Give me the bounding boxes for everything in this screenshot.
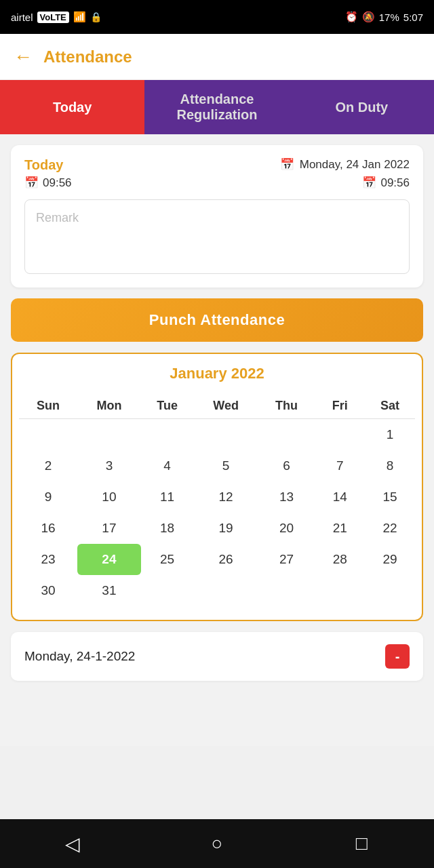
- calendar-title: January 2022: [19, 365, 415, 382]
- calendar-day[interactable]: 21: [315, 513, 365, 544]
- nav-home-button[interactable]: ○: [197, 823, 237, 864]
- back-button[interactable]: ←: [14, 46, 33, 68]
- calendar-icon-in: 📅: [24, 176, 39, 190]
- remark-placeholder: Remark: [36, 211, 79, 224]
- record-date: Monday, 24-1-2022: [24, 649, 135, 664]
- weekday-tue: Tue: [141, 393, 194, 419]
- calendar-day[interactable]: 25: [141, 544, 194, 575]
- calendar-day[interactable]: 18: [141, 513, 194, 544]
- calendar-day[interactable]: [258, 419, 315, 451]
- status-right: ⏰ 🔕 17% 5:07: [345, 11, 423, 23]
- weekday-wed: Wed: [193, 393, 258, 419]
- calendar-day[interactable]: [141, 419, 194, 451]
- calendar-day[interactable]: 19: [193, 513, 258, 544]
- bottom-record: Monday, 24-1-2022 -: [11, 632, 423, 681]
- calendar-day[interactable]: [315, 419, 365, 451]
- header: ← Attendance: [0, 34, 434, 80]
- calendar-card: January 2022 Sun Mon Tue Wed Thu Fri Sat…: [11, 353, 423, 621]
- calendar-day[interactable]: 11: [141, 481, 194, 513]
- calendar-day[interactable]: 14: [315, 481, 365, 513]
- main-content: Today 📅 Monday, 24 Jan 2022 📅 09:56 📅 09…: [0, 134, 434, 746]
- calendar-day[interactable]: 6: [258, 450, 315, 481]
- battery-label: 17%: [379, 12, 399, 23]
- calendar-day[interactable]: 5: [193, 450, 258, 481]
- calendar-day[interactable]: 10: [77, 481, 141, 513]
- calendar-day[interactable]: [365, 575, 415, 606]
- calendar-icon-out: 📅: [362, 176, 376, 190]
- time-in: 📅 09:56: [24, 176, 72, 190]
- calendar-day[interactable]: [315, 575, 365, 606]
- calendar-day[interactable]: 15: [365, 481, 415, 513]
- calendar-day[interactable]: 27: [258, 544, 315, 575]
- calendar-day[interactable]: 13: [258, 481, 315, 513]
- weekday-fri: Fri: [315, 393, 365, 419]
- calendar-day[interactable]: 20: [258, 513, 315, 544]
- calendar-day[interactable]: 4: [141, 450, 194, 481]
- calendar-day[interactable]: 16: [19, 513, 77, 544]
- calendar-day[interactable]: [193, 419, 258, 451]
- calendar-day[interactable]: 9: [19, 481, 77, 513]
- calendar-day[interactable]: 30: [19, 575, 77, 606]
- bottom-nav: ◁ ○ □: [0, 819, 434, 868]
- calendar-day[interactable]: 31: [77, 575, 141, 606]
- weekday-thu: Thu: [258, 393, 315, 419]
- record-badge[interactable]: -: [385, 644, 410, 669]
- calendar-day[interactable]: 8: [365, 450, 415, 481]
- time-out: 📅 09:56: [362, 176, 410, 190]
- calendar-day[interactable]: 3: [77, 450, 141, 481]
- nav-back-button[interactable]: ◁: [52, 823, 93, 864]
- alarm-icon: ⏰: [345, 11, 358, 23]
- weekday-sun: Sun: [19, 393, 77, 419]
- calendar-day[interactable]: [141, 575, 194, 606]
- today-label: Today: [24, 157, 63, 173]
- weekday-sat: Sat: [365, 393, 415, 419]
- tab-onduty[interactable]: On Duty: [290, 80, 434, 134]
- tab-today[interactable]: Today: [0, 80, 144, 134]
- punch-attendance-button[interactable]: Punch Attendance: [11, 298, 423, 342]
- status-left: airtel VoLTE 📶 🔒: [11, 11, 102, 23]
- calendar-day[interactable]: 23: [19, 544, 77, 575]
- calendar-day[interactable]: 26: [193, 544, 258, 575]
- calendar-day[interactable]: 12: [193, 481, 258, 513]
- calendar-day[interactable]: 29: [365, 544, 415, 575]
- calendar-icon-date: 📅: [280, 157, 294, 172]
- page-title: Attendance: [43, 47, 132, 66]
- calendar-day[interactable]: 7: [315, 450, 365, 481]
- weekday-mon: Mon: [77, 393, 141, 419]
- calendar-day[interactable]: [258, 575, 315, 606]
- status-bar: airtel VoLTE 📶 🔒 ⏰ 🔕 17% 5:07: [0, 0, 434, 34]
- carrier-label: airtel: [11, 12, 33, 23]
- calendar-day[interactable]: 24: [77, 544, 141, 575]
- time-label: 5:07: [403, 12, 423, 23]
- calendar-day[interactable]: [193, 575, 258, 606]
- calendar-grid: Sun Mon Tue Wed Thu Fri Sat 123456789101…: [19, 393, 415, 606]
- tab-bar: Today Attendance Regulization On Duty: [0, 80, 434, 134]
- calendar-day[interactable]: 17: [77, 513, 141, 544]
- remark-input[interactable]: Remark: [24, 199, 410, 274]
- network-label: VoLTE: [37, 12, 69, 23]
- nav-recent-button[interactable]: □: [341, 823, 382, 864]
- today-card: Today 📅 Monday, 24 Jan 2022 📅 09:56 📅 09…: [11, 145, 423, 288]
- mute-icon: 🔕: [362, 11, 375, 23]
- calendar-day[interactable]: 22: [365, 513, 415, 544]
- calendar-day[interactable]: 28: [315, 544, 365, 575]
- calendar-day[interactable]: 2: [19, 450, 77, 481]
- tab-regulization[interactable]: Attendance Regulization: [144, 80, 289, 134]
- calendar-day[interactable]: [19, 419, 77, 451]
- today-date: 📅 Monday, 24 Jan 2022: [280, 157, 410, 172]
- calendar-day[interactable]: [77, 419, 141, 451]
- wifi-icon: 🔒: [90, 12, 102, 22]
- signal-icon: 📶: [73, 11, 86, 23]
- calendar-day[interactable]: 1: [365, 419, 415, 451]
